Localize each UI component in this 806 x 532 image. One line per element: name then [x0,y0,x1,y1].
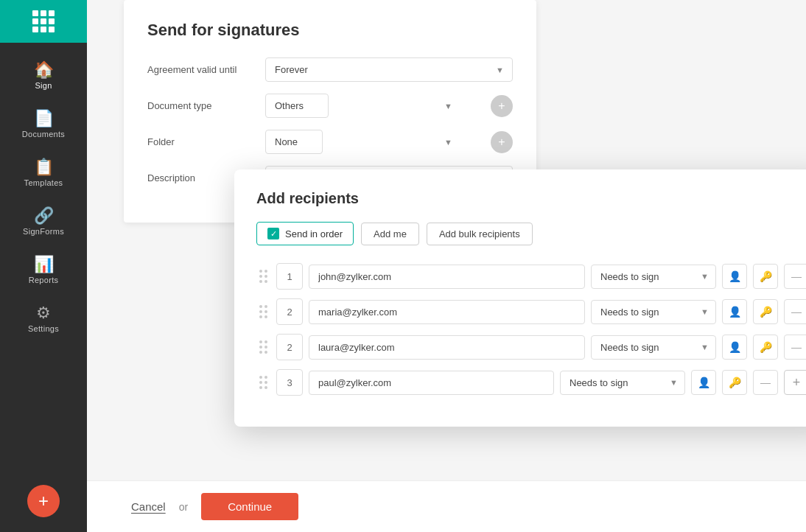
person-settings-icon: 👤 [698,377,710,388]
send-order-checkbox: ✓ [267,228,279,239]
add-button[interactable]: + [27,485,60,517]
minus-icon: — [791,341,802,353]
sidebar-item-documents[interactable]: 📄 Documents [0,99,87,147]
recipient-email-input[interactable] [309,265,585,289]
key-icon: 🔑 [729,377,741,388]
agreement-valid-label: Agreement valid until [147,64,265,75]
document-type-row: Document type Others ▼ + [147,94,513,118]
sidebar-nav: 🏠 Sign 📄 Documents 📋 Templates 🔗 SignFor… [0,43,87,485]
role-select[interactable]: Needs to sign [591,300,716,324]
sidebar-item-reports[interactable]: 📊 Reports [0,245,87,293]
folder-label: Folder [147,136,265,147]
recipient-row: 2 Needs to sign ▼ 👤 🔑 — [256,334,806,360]
recipient-email-input[interactable] [309,371,554,395]
sidebar: 🏠 Sign 📄 Documents 📋 Templates 🔗 SignFor… [0,0,87,532]
sidebar-item-signforms[interactable]: 🔗 SignForms [0,196,87,245]
recipient-remove-btn[interactable]: — [784,335,806,360]
recipients-list: 1 Needs to sign ▼ 👤 🔑 — [256,263,806,396]
recipient-remove-btn[interactable]: — [784,299,806,324]
recipient-settings-btn[interactable]: 👤 [722,264,747,289]
add-bulk-label: Add bulk recipients [439,228,520,239]
sidebar-item-documents-label: Documents [22,130,65,139]
folder-add-btn[interactable]: + [491,131,513,153]
recipient-auth-btn[interactable]: 🔑 [753,335,778,360]
recipient-row: 1 Needs to sign ▼ 👤 🔑 — [256,263,806,290]
agreement-valid-select[interactable]: Forever [265,57,513,82]
drag-handle[interactable] [256,337,270,357]
add-recipient-icon: + [793,375,801,391]
add-recipients-modal: Add recipients ✓ Send in order Add me Ad… [234,169,806,427]
send-panel-title: Send for signatures [147,21,513,40]
row-number: 3 [276,369,303,396]
sidebar-item-sign[interactable]: 🏠 Sign [0,50,87,99]
drag-handle[interactable] [256,302,270,321]
folder-select[interactable]: None [265,130,323,154]
row-number: 1 [276,263,303,290]
sidebar-item-reports-label: Reports [29,276,59,284]
add-me-button[interactable]: Add me [361,223,419,245]
send-in-order-button[interactable]: ✓ Send in order [256,222,354,245]
row-number: 2 [276,334,303,360]
templates-icon: 📋 [34,159,54,175]
or-text: or [179,501,188,513]
agreement-valid-wrap: Forever ▼ [265,57,513,82]
recipient-settings-btn[interactable]: 👤 [722,299,747,324]
recipient-auth-btn[interactable]: 🔑 [753,299,778,324]
key-icon: 🔑 [760,341,772,353]
drag-handle[interactable] [256,267,270,286]
document-type-label: Document type [147,100,265,111]
recipient-email-input[interactable] [309,300,585,324]
settings-icon: ⚙ [36,305,51,321]
document-type-add-btn[interactable]: + [491,95,513,117]
recipient-auth-btn[interactable]: 🔑 [722,370,747,395]
sidebar-item-templates-label: Templates [24,178,63,187]
reports-icon: 📊 [34,256,54,273]
drag-handle[interactable] [256,373,270,392]
add-bulk-recipients-button[interactable]: Add bulk recipients [427,223,533,245]
folder-wrap: None ▼ + [265,130,513,154]
main-content: Send for signatures Agreement valid unti… [87,0,806,532]
role-select-wrap: Needs to sign ▼ [560,371,685,395]
recipient-remove-btn[interactable]: — [784,264,806,289]
sidebar-item-templates[interactable]: 📋 Templates [0,147,87,196]
role-select[interactable]: Needs to sign [591,335,716,360]
recipient-settings-btn[interactable]: 👤 [691,370,716,395]
role-select-wrap: Needs to sign ▼ [591,265,716,289]
person-settings-icon: 👤 [729,270,741,282]
sidebar-item-settings-label: Settings [28,324,59,333]
send-in-order-label: Send in order [285,228,343,239]
apps-icon [32,10,55,32]
recipient-add-btn[interactable]: + [784,370,806,395]
key-icon: 🔑 [760,306,772,318]
role-select-wrap: Needs to sign ▼ [591,335,716,360]
home-icon: 🏠 [34,62,54,78]
sidebar-logo[interactable] [0,0,87,43]
sidebar-item-signforms-label: SignForms [23,227,64,236]
cancel-button[interactable]: Cancel [131,500,166,513]
role-select[interactable]: Needs to sign [560,371,685,395]
folder-arrow: ▼ [444,138,452,147]
document-type-select[interactable]: Others [265,94,329,118]
minus-icon: — [791,270,802,282]
recipient-settings-btn[interactable]: 👤 [722,335,747,360]
recipient-row: 2 Needs to sign ▼ 👤 🔑 — [256,298,806,325]
role-select-wrap: Needs to sign ▼ [591,300,716,324]
sidebar-item-settings[interactable]: ⚙ Settings [0,293,87,342]
person-settings-icon: 👤 [729,341,741,353]
agreement-valid-row: Agreement valid until Forever ▼ [147,57,513,82]
document-type-arrow: ▼ [444,102,452,111]
sidebar-item-sign-label: Sign [35,81,52,90]
row-number: 2 [276,298,303,325]
minus-icon: — [760,377,771,388]
continue-button[interactable]: Continue [201,493,298,520]
role-select[interactable]: Needs to sign [591,265,716,289]
recipient-remove-btn[interactable]: — [753,370,778,395]
minus-icon: — [791,306,802,318]
document-type-wrap: Others ▼ + [265,94,513,118]
recipient-auth-btn[interactable]: 🔑 [753,264,778,289]
recipient-email-input[interactable] [309,335,585,360]
modal-title: Add recipients [256,190,806,207]
footer: Cancel or Continue [87,480,806,532]
recipient-row: 3 Needs to sign ▼ 👤 🔑 — [256,369,806,396]
modal-actions: ✓ Send in order Add me Add bulk recipien… [256,222,806,245]
